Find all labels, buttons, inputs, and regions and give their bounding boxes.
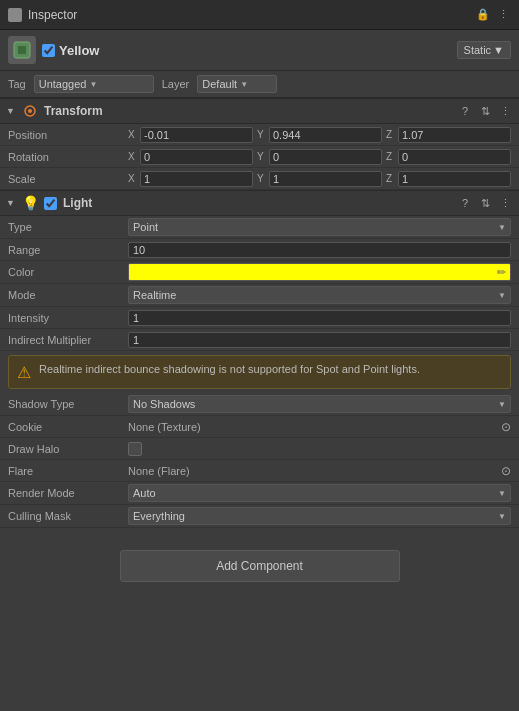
layer-label: Layer — [162, 78, 190, 90]
position-y-field: Y — [257, 127, 382, 143]
light-culling-mask-dropdown[interactable]: Everything ▼ — [128, 507, 511, 525]
scale-z-input[interactable] — [398, 171, 511, 187]
transform-settings-icon[interactable]: ⇅ — [477, 103, 493, 119]
light-icon: 💡 — [22, 195, 38, 211]
rotation-x-field: X — [128, 149, 253, 165]
rotation-x-label: X — [128, 151, 138, 162]
position-value: X Y Z — [128, 127, 511, 143]
color-picker-icon: ✏ — [497, 266, 506, 279]
svg-rect-1 — [18, 46, 26, 54]
tag-value: Untagged — [39, 78, 87, 90]
layer-dropdown[interactable]: Default ▼ — [197, 75, 277, 93]
light-intensity-value — [128, 310, 511, 326]
object-active-checkbox[interactable] — [42, 44, 55, 57]
light-section-header[interactable]: ▼ 💡 Light ? ⇅ ⋮ — [0, 190, 519, 216]
light-cookie-browse-icon[interactable]: ⊙ — [501, 420, 511, 434]
scale-value: X Y Z — [128, 171, 511, 187]
object-name: Yellow — [59, 43, 99, 58]
inspector-window-icon — [8, 8, 22, 22]
tag-label: Tag — [8, 78, 26, 90]
light-render-mode-dropdown[interactable]: Auto ▼ — [128, 484, 511, 502]
light-shadow-type-selected: No Shadows — [133, 398, 195, 410]
scale-y-label: Y — [257, 173, 267, 184]
position-row: Position X Y Z — [0, 124, 519, 146]
light-mode-dropdown[interactable]: Realtime ▼ — [128, 286, 511, 304]
light-flare-row: Flare None (Flare) ⊙ — [0, 460, 519, 482]
static-button[interactable]: Static ▼ — [457, 41, 511, 59]
light-indirect-row: Indirect Multiplier — [0, 329, 519, 351]
light-cookie-label: Cookie — [8, 421, 128, 433]
transform-menu-icon[interactable]: ⋮ — [497, 103, 513, 119]
light-type-label: Type — [8, 221, 128, 233]
light-mode-arrow: ▼ — [498, 291, 506, 300]
inspector-window: Inspector 🔒 ⋮ Yellow Static ▼ — [0, 0, 519, 711]
light-range-row: Range — [0, 239, 519, 261]
position-y-label: Y — [257, 129, 267, 140]
tag-dropdown[interactable]: Untagged ▼ — [34, 75, 154, 93]
scale-row: Scale X Y Z — [0, 168, 519, 190]
light-flare-label: Flare — [8, 465, 128, 477]
light-settings-icon[interactable]: ⇅ — [477, 195, 493, 211]
scale-x-input[interactable] — [140, 171, 253, 187]
scale-label: Scale — [8, 173, 128, 185]
rotation-y-field: Y — [257, 149, 382, 165]
title-bar-actions: 🔒 ⋮ — [475, 7, 511, 23]
light-section-actions: ? ⇅ ⋮ — [457, 195, 513, 211]
transform-icon — [22, 103, 38, 119]
light-mode-value: Realtime ▼ — [128, 286, 511, 304]
position-x-input[interactable] — [140, 127, 253, 143]
light-render-mode-value: Auto ▼ — [128, 484, 511, 502]
light-color-swatch[interactable]: ✏ — [128, 263, 511, 281]
light-type-dropdown[interactable]: Point ▼ — [128, 218, 511, 236]
light-intensity-input[interactable] — [128, 310, 511, 326]
light-color-label: Color — [8, 266, 128, 278]
light-flare-value-text: None (Flare) — [128, 465, 497, 477]
rotation-label: Rotation — [8, 151, 128, 163]
light-color-value: ✏ — [128, 263, 511, 281]
rotation-x-input[interactable] — [140, 149, 253, 165]
lock-icon[interactable]: 🔒 — [475, 7, 491, 23]
light-range-value — [128, 242, 511, 258]
light-culling-mask-selected: Everything — [133, 510, 185, 522]
light-culling-mask-value: Everything ▼ — [128, 507, 511, 525]
scale-y-field: Y — [257, 171, 382, 187]
transform-section-header[interactable]: ▼ Transform ? ⇅ ⋮ — [0, 98, 519, 124]
object-header: Yellow Static ▼ — [0, 30, 519, 71]
scale-x-field: X — [128, 171, 253, 187]
rotation-xyz: X Y Z — [128, 149, 511, 165]
position-z-input[interactable] — [398, 127, 511, 143]
rotation-z-label: Z — [386, 151, 396, 162]
light-active-checkbox[interactable] — [44, 197, 57, 210]
transform-help-icon[interactable]: ? — [457, 103, 473, 119]
rotation-z-input[interactable] — [398, 149, 511, 165]
light-indirect-input[interactable] — [128, 332, 511, 348]
rotation-y-input[interactable] — [269, 149, 382, 165]
light-range-input[interactable] — [128, 242, 511, 258]
scale-z-label: Z — [386, 173, 396, 184]
light-menu-icon[interactable]: ⋮ — [497, 195, 513, 211]
light-type-row: Type Point ▼ — [0, 216, 519, 239]
light-cookie-value-text: None (Texture) — [128, 421, 497, 433]
scale-y-input[interactable] — [269, 171, 382, 187]
warning-box: ⚠ Realtime indirect bounce shadowing is … — [8, 355, 511, 389]
light-mode-label: Mode — [8, 289, 128, 301]
object-name-area: Yellow — [42, 43, 451, 58]
light-flare-browse-icon[interactable]: ⊙ — [501, 464, 511, 478]
light-culling-mask-label: Culling Mask — [8, 510, 128, 522]
add-component-button[interactable]: Add Component — [120, 550, 400, 582]
rotation-row: Rotation X Y Z — [0, 146, 519, 168]
scale-x-label: X — [128, 173, 138, 184]
light-flare-value: None (Flare) ⊙ — [128, 464, 511, 478]
light-shadow-type-dropdown[interactable]: No Shadows ▼ — [128, 395, 511, 413]
light-help-icon[interactable]: ? — [457, 195, 473, 211]
light-draw-halo-checkbox[interactable] — [128, 442, 142, 456]
light-culling-mask-row: Culling Mask Everything ▼ — [0, 505, 519, 528]
position-y-input[interactable] — [269, 127, 382, 143]
light-indirect-value — [128, 332, 511, 348]
transform-collapse-arrow: ▼ — [6, 106, 16, 116]
menu-icon[interactable]: ⋮ — [495, 7, 511, 23]
light-shadow-type-value: No Shadows ▼ — [128, 395, 511, 413]
light-indirect-label: Indirect Multiplier — [8, 334, 128, 346]
transform-section-actions: ? ⇅ ⋮ — [457, 103, 513, 119]
light-draw-halo-value — [128, 442, 511, 456]
